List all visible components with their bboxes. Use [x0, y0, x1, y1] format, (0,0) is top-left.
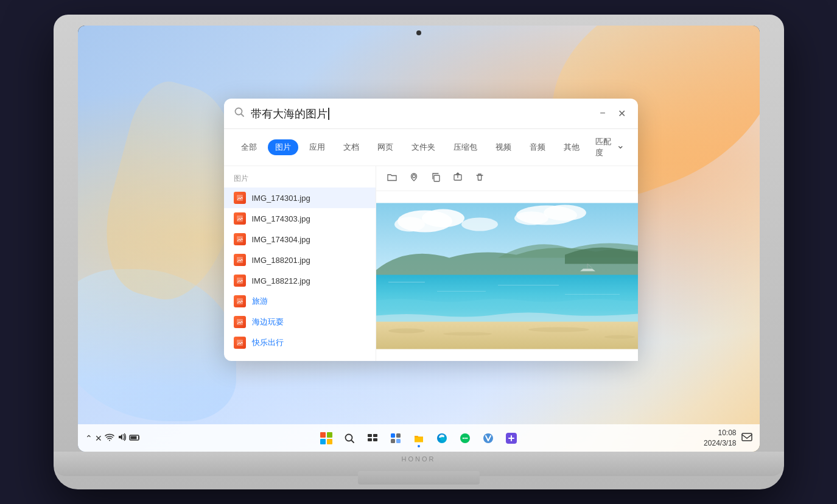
file-icon	[234, 275, 246, 287]
minimize-button[interactable]: −	[597, 107, 608, 121]
search-bar: 带有大海的图片 − ✕	[224, 99, 638, 129]
laptop-base: HONOR	[54, 452, 784, 476]
svg-rect-41	[396, 433, 401, 438]
list-item[interactable]: IMG_174301.jpg	[224, 187, 376, 208]
file-name: IMG_188201.jpg	[252, 256, 310, 265]
svg-rect-42	[391, 439, 395, 443]
svg-rect-43	[396, 439, 401, 443]
text-cursor	[328, 108, 329, 120]
file-name: IMG_188212.jpg	[252, 276, 310, 285]
list-item[interactable]: IMG_174304.jpg	[224, 229, 376, 250]
svg-point-50	[483, 433, 493, 443]
file-list: 图片 IMG_174301.jpg IMG_1743	[224, 166, 376, 361]
brand-label: HONOR	[402, 455, 436, 463]
svg-rect-33	[130, 436, 136, 439]
file-name: IMG_174303.jpg	[252, 214, 310, 223]
svg-point-48	[464, 437, 465, 438]
list-item[interactable]: IMG_188201.jpg	[224, 250, 376, 270]
tab-folder[interactable]: 文件夹	[404, 139, 443, 155]
system-tray: 10:08 2024/3/18	[704, 428, 752, 449]
screen-bezel: 带有大海的图片 − ✕ 全部 图片 应用 文档 网页 文件夹 压	[78, 26, 760, 452]
svg-rect-36	[368, 434, 372, 437]
list-item[interactable]: IMG_188212.jpg	[224, 270, 376, 291]
svg-point-0	[235, 108, 242, 115]
battery-icon[interactable]	[129, 433, 141, 443]
svg-point-28	[443, 332, 492, 336]
tab-image[interactable]: 图片	[268, 139, 298, 155]
task-view-button[interactable]	[363, 429, 382, 448]
file-icon	[234, 254, 246, 266]
location-icon[interactable]	[408, 171, 420, 186]
file-name: 海边玩耍	[252, 317, 284, 327]
file-icon	[234, 212, 246, 225]
desktop: 带有大海的图片 − ✕ 全部 图片 应用 文档 网页 文件夹 压	[78, 26, 760, 452]
file-explorer-button[interactable]	[409, 429, 429, 448]
svg-point-31	[109, 440, 110, 441]
vpn-button[interactable]	[478, 429, 498, 448]
filter-tabs: 全部 图片 应用 文档 网页 文件夹 压缩包 视频 音频 其他 匹配度	[224, 129, 638, 166]
file-icon	[234, 233, 246, 245]
tray-expand-icon[interactable]: ⌃	[85, 433, 93, 443]
file-name: IMG_174301.jpg	[252, 194, 310, 203]
svg-rect-38	[368, 438, 372, 441]
tab-doc[interactable]: 文档	[336, 139, 366, 155]
clock-date: 2024/3/18	[704, 438, 736, 449]
svg-point-15	[422, 209, 464, 228]
svg-rect-52	[742, 433, 752, 441]
clock-time: 10:08	[704, 428, 736, 438]
match-button[interactable]: 匹配度	[590, 134, 628, 161]
preview-area	[376, 166, 638, 361]
clock-display[interactable]: 10:08 2024/3/18	[704, 428, 736, 449]
svg-point-47	[462, 437, 463, 438]
svg-point-49	[466, 437, 467, 438]
tab-web[interactable]: 网页	[370, 139, 401, 155]
wifi-icon[interactable]	[105, 433, 114, 443]
list-item[interactable]: 海边玩耍	[224, 312, 376, 332]
search-input[interactable]: 带有大海的图片	[251, 107, 598, 121]
results-area: 图片 IMG_174301.jpg IMG_1743	[224, 166, 638, 361]
file-name: 快乐出行	[252, 337, 284, 348]
tab-video[interactable]: 视频	[488, 139, 519, 155]
svg-point-30	[604, 335, 635, 339]
list-item[interactable]: 旅游	[224, 291, 376, 312]
mail-tray-icon[interactable]	[741, 433, 752, 443]
widgets-button[interactable]	[386, 429, 405, 448]
tab-other[interactable]: 其他	[556, 139, 587, 155]
close-button[interactable]: ✕	[615, 107, 628, 121]
svg-rect-37	[373, 434, 377, 437]
delete-icon[interactable]	[474, 171, 486, 186]
edge-browser-button[interactable]	[432, 429, 452, 448]
copy-icon[interactable]	[430, 171, 442, 186]
list-item[interactable]: 快乐出行	[224, 332, 376, 353]
tab-all[interactable]: 全部	[234, 139, 264, 155]
tab-app[interactable]: 应用	[302, 139, 332, 155]
file-icon	[234, 295, 246, 307]
svg-rect-39	[373, 438, 377, 441]
chat-button[interactable]	[455, 429, 475, 448]
close-tray-icon[interactable]: ✕	[95, 433, 102, 443]
volume-icon[interactable]	[117, 433, 127, 443]
share-icon[interactable]	[452, 171, 464, 186]
taskbar-left: ⌃ ✕	[85, 433, 141, 443]
svg-rect-40	[391, 433, 395, 438]
section-label: 图片	[224, 171, 376, 187]
touchpad[interactable]	[358, 471, 480, 485]
search-icon	[234, 107, 245, 121]
start-button[interactable]	[317, 429, 336, 448]
preview-image	[376, 191, 638, 361]
svg-point-34	[345, 434, 352, 441]
tab-zip[interactable]: 压缩包	[446, 139, 485, 155]
window-controls: − ✕	[597, 107, 628, 121]
app-store-button[interactable]	[502, 429, 521, 448]
svg-point-45	[440, 437, 445, 441]
svg-point-27	[388, 329, 425, 334]
taskbar-search-button[interactable]	[340, 429, 359, 448]
open-folder-icon[interactable]	[386, 171, 398, 186]
svg-rect-11	[434, 175, 440, 181]
tab-audio[interactable]: 音频	[522, 139, 553, 155]
svg-point-10	[412, 175, 415, 178]
list-item[interactable]: IMG_174303.jpg	[224, 208, 376, 229]
svg-point-16	[394, 217, 425, 232]
svg-point-19	[514, 212, 548, 225]
laptop-outer: 带有大海的图片 − ✕ 全部 图片 应用 文档 网页 文件夹 压	[54, 15, 784, 489]
